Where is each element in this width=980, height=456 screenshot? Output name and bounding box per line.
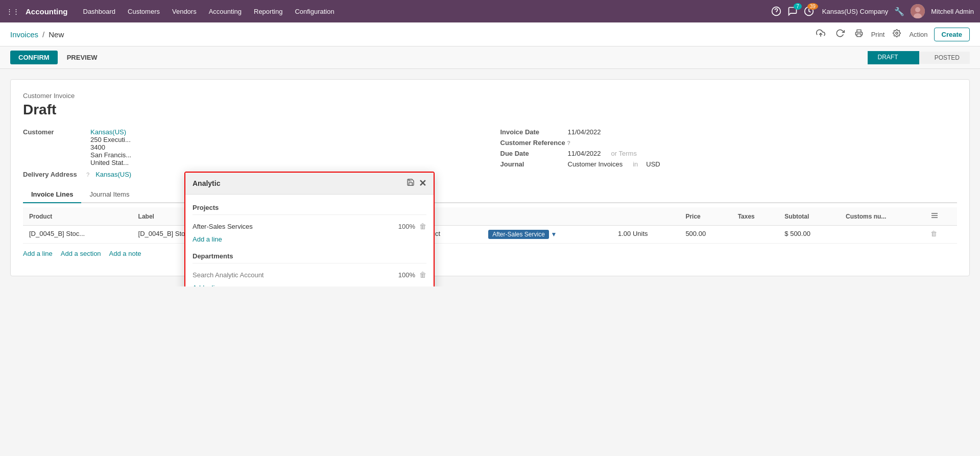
departments-search-input[interactable] — [193, 271, 391, 279]
projects-add-line[interactable]: Add a line — [193, 233, 426, 245]
nav-dashboard[interactable]: Dashboard — [78, 6, 121, 17]
svg-point-3 — [915, 7, 920, 12]
delivery-label-wrap: Delivery Address ? — [23, 171, 89, 178]
customer-name[interactable]: Kansas(US) — [90, 128, 131, 136]
analytic-after-sales-delete[interactable]: 🗑 — [419, 222, 426, 230]
app-grid-icon[interactable]: ⋮⋮ — [6, 8, 19, 15]
activity-icon[interactable]: 39 — [804, 6, 814, 16]
due-date-value[interactable]: 11/04/2022 — [568, 150, 601, 157]
col-customs: Customs nu... — [840, 207, 924, 226]
tools-icon[interactable]: 🔧 — [894, 7, 904, 16]
col-subtotal: Subtotal — [778, 207, 840, 226]
cell-qty: 1.00 Units — [612, 226, 679, 244]
user-avatar[interactable] — [911, 4, 925, 18]
departments-delete[interactable]: 🗑 — [419, 271, 426, 279]
invoice-form: Customer Invoice Draft Customer Kansas(U… — [10, 79, 970, 276]
status-bar: DRAFT POSTED — [868, 51, 970, 64]
cell-delete[interactable]: 🗑 — [924, 226, 957, 244]
cell-price[interactable]: 500.00 — [679, 226, 731, 244]
section-departments: Departments — [193, 249, 426, 263]
invoice-tabs: Invoice Lines Journal Items — [23, 186, 957, 203]
analytic-after-sales-name[interactable]: After-Sales Services — [193, 223, 391, 230]
customer-label: Customer — [23, 128, 84, 136]
delivery-label: Delivery Address — [23, 171, 84, 178]
col-taxes: Taxes — [732, 207, 779, 226]
col-analytic — [482, 207, 612, 226]
company-name: Kansas(US) Company — [822, 8, 888, 15]
modal-header: Analytic ✕ — [185, 173, 434, 195]
svg-rect-6 — [857, 34, 861, 36]
print-button[interactable] — [853, 27, 865, 41]
status-draft: DRAFT — [868, 51, 919, 64]
gear-icon[interactable] — [891, 27, 903, 41]
breadcrumb-invoices[interactable]: Invoices — [10, 30, 38, 39]
add-section-link[interactable]: Add a section — [61, 250, 101, 257]
currency-value[interactable]: USD — [646, 160, 660, 168]
nav-vendors[interactable]: Vendors — [167, 6, 202, 17]
customer-addr1: 250 Executi... — [90, 136, 131, 143]
activity-badge: 39 — [807, 3, 818, 10]
modal-header-actions: ✕ — [407, 178, 426, 189]
print-label: Print — [871, 31, 885, 38]
app-brand: Accounting — [26, 7, 68, 16]
nav-reporting[interactable]: Reporting — [249, 6, 288, 17]
analytic-modal: Analytic ✕ Projects After-Sales Services… — [184, 172, 435, 286]
sub-header: Invoices / New Print Action Create — [0, 22, 980, 46]
nav-accounting[interactable]: Accounting — [204, 6, 247, 17]
form-right: Invoice Date 11/04/2022 Customer Referen… — [500, 128, 958, 178]
form-left: Customer Kansas(US) 250 Executi... 3400 … — [23, 128, 480, 178]
invoice-date-label: Invoice Date — [500, 128, 562, 136]
journal-field: Journal Customer Invoices in USD — [500, 160, 958, 168]
invoice-date-value[interactable]: 11/04/2022 — [568, 128, 601, 136]
analytic-row-after-sales: After-Sales Services 100% 🗑 — [193, 219, 426, 233]
col-qty — [612, 207, 679, 226]
support-icon[interactable] — [771, 6, 781, 16]
customer-addr2: 3400 — [90, 143, 131, 151]
chat-icon[interactable]: 7 — [787, 6, 798, 16]
cell-subtotal: $ 500.00 — [778, 226, 840, 244]
invoice-date-field: Invoice Date 11/04/2022 — [500, 128, 958, 136]
journal-value[interactable]: Customer Invoices — [568, 160, 623, 168]
invoice-type: Customer Invoice — [23, 92, 957, 100]
preview-button[interactable]: PREVIEW — [62, 51, 103, 64]
ref-label: Customer Reference ? — [500, 139, 571, 147]
cell-analytic[interactable]: After-Sales Service ▼ — [482, 226, 612, 244]
tab-journal-items[interactable]: Journal Items — [81, 186, 137, 203]
modal-close-button[interactable]: ✕ — [419, 178, 426, 189]
add-note-link[interactable]: Add a note — [109, 250, 141, 257]
analytic-badge[interactable]: After-Sales Service — [488, 230, 549, 239]
customer-addr4: United Stat... — [90, 159, 131, 166]
refresh-button[interactable] — [833, 27, 847, 42]
cell-product[interactable]: [D_0045_B] Stoc... — [23, 226, 132, 244]
due-date-field: Due Date 11/04/2022 or Terms — [500, 150, 958, 157]
departments-add-line[interactable]: Add a line — [193, 282, 426, 286]
subheader-actions: Print Action Create — [814, 27, 970, 42]
invoice-title: Draft — [23, 102, 957, 118]
modal-title: Analytic — [193, 179, 220, 187]
modal-save-button[interactable] — [407, 178, 415, 188]
customer-value: Kansas(US) 250 Executi... 3400 San Franc… — [90, 128, 131, 166]
action-label[interactable]: Action — [909, 31, 927, 38]
nav-customers[interactable]: Customers — [123, 6, 165, 17]
delivery-value[interactable]: Kansas(US) — [95, 171, 131, 178]
section-projects: Projects — [193, 201, 426, 215]
currency-in: in — [633, 160, 638, 168]
tab-invoice-lines[interactable]: Invoice Lines — [23, 186, 81, 203]
svg-point-7 — [896, 32, 898, 34]
delivery-help-icon[interactable]: ? — [86, 172, 89, 178]
col-product: Product — [23, 207, 132, 226]
add-line-link[interactable]: Add a line — [23, 250, 53, 257]
nav-configuration[interactable]: Configuration — [290, 6, 339, 17]
form-row-main: Customer Kansas(US) 250 Executi... 3400 … — [23, 128, 957, 178]
col-price: Price — [679, 207, 731, 226]
topbar-right: 7 39 Kansas(US) Company 🔧 Mitchell Admin — [771, 4, 974, 18]
confirm-button[interactable]: CONFIRM — [10, 51, 58, 64]
top-navigation: ⋮⋮ Accounting Dashboard Customers Vendor… — [0, 0, 980, 22]
toolbar: CONFIRM PREVIEW DRAFT POSTED — [0, 46, 980, 69]
breadcrumb-new: New — [49, 30, 64, 39]
upload-button[interactable] — [814, 27, 827, 42]
analytic-dropdown-arrow[interactable]: ▼ — [551, 231, 557, 238]
create-button[interactable]: Create — [934, 28, 970, 41]
main-content: Customer Invoice Draft Customer Kansas(U… — [0, 69, 980, 286]
ref-help-icon[interactable]: ? — [567, 140, 570, 146]
